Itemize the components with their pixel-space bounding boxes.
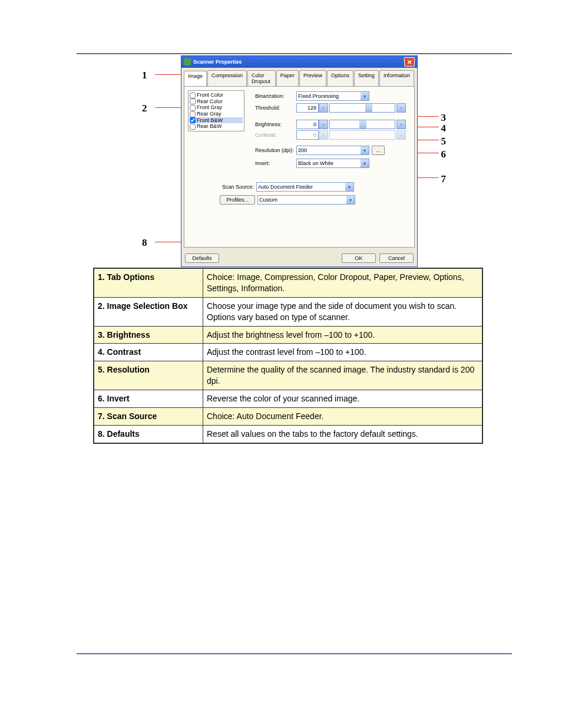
term-5: 5. Resolution [94,361,203,390]
tab-compression[interactable]: Compression [207,70,247,86]
leader-line [415,140,439,140]
tab-preview[interactable]: Preview [299,70,326,86]
brightness-dec[interactable]: ‹ [319,120,328,129]
tab-information[interactable]: Information [379,70,414,86]
table-row: 1. Tab OptionsChoice: Image, Compression… [94,268,482,297]
close-icon: ✕ [407,59,412,65]
callout-1: 1 [142,70,147,81]
threshold-slider[interactable] [329,103,395,113]
binarization-label: Binarization: [255,93,296,99]
invert-value: Black on White [298,160,333,166]
term-2: 2. Image Selection Box [94,297,203,326]
close-button[interactable]: ✕ [404,57,415,67]
threshold-dec[interactable]: ‹ [319,103,328,113]
checkbox-input[interactable] [190,111,196,117]
term-8: 8. Defaults [94,425,203,443]
checkbox-rear-bw[interactable]: Rear B&W [190,123,243,130]
threshold-value: 128 [296,103,319,113]
tab-setting[interactable]: Setting [354,70,379,86]
defaults-button[interactable]: Defaults [185,253,219,263]
term-6: 6. Invert [94,390,203,408]
tab-color-dropout[interactable]: Color Dropout [247,70,276,86]
table-row: 2. Image Selection BoxChoose your image … [94,297,482,326]
checkbox-front-gray[interactable]: Front Gray [190,104,243,111]
checkbox-label: Front Gray [197,104,222,110]
resolution-combo[interactable]: 200▾ [296,146,369,155]
tab-image[interactable]: Image [184,71,207,87]
checkbox-label: Rear Color [197,98,223,104]
resolution-more-button[interactable]: ... [372,146,385,155]
desc-5: Determine the quality of the scanned ima… [203,361,483,390]
brightness-label: Brightness: [255,121,296,127]
checkbox-input[interactable] [190,105,196,111]
image-tab-panel: Front Color Rear Color Front Gray Rear G… [184,86,415,248]
resolution-value: 200 [298,147,307,153]
brightness-slider[interactable] [329,120,395,129]
ok-button[interactable]: OK [342,253,376,263]
chevron-down-icon: ▾ [361,159,369,167]
desc-1: Choice: Image, Compression, Color Dropou… [203,268,483,297]
checkbox-input[interactable] [190,117,196,123]
contrast-label: Contrast: [255,132,296,138]
table-row: 6. InvertReverse the color of your scann… [94,390,482,408]
dialog-footer: Defaults OK Cancel [181,250,417,266]
callout-4: 4 [441,123,447,134]
scansource-combo[interactable]: Auto Document Feeder▾ [256,182,354,192]
desc-6: Reverse the color of your scanned image. [203,390,483,408]
scansource-value: Auto Document Feeder [258,184,313,190]
tab-options[interactable]: Options [327,70,353,86]
brightness-inc[interactable]: › [396,120,406,129]
checkbox-label: Front Color [197,92,223,98]
callout-2: 2 [142,103,147,114]
scanner-properties-dialog: Scanner Properties ✕ Image Compression C… [181,55,418,267]
callout-7: 7 [441,173,447,185]
scansource-label: Scan Source: [220,184,254,190]
brightness-value: 0 [296,120,319,129]
term-1: 1. Tab Options [94,268,203,297]
profiles-button[interactable]: Profiles... [220,195,255,205]
desc-7: Choice: Auto Document Feeder. [203,408,483,426]
chevron-down-icon: ▾ [361,146,369,154]
invert-combo[interactable]: Black on White▾ [296,159,369,168]
desc-8: Reset all values on the tabs to the fact… [203,425,483,443]
table-row: 3. BrightnessAdjust the brightness level… [94,326,482,344]
leader-line [415,116,439,117]
callout-5: 5 [441,136,447,147]
term-7: 7. Scan Source [94,408,203,426]
checkbox-rear-color[interactable]: Rear Color [190,98,243,105]
binarization-combo[interactable]: Fixed Processing▾ [296,91,369,101]
threshold-label: Threshold: [255,105,296,111]
term-3: 3. Brightness [94,326,203,344]
checkbox-rear-gray[interactable]: Rear Gray [190,111,243,117]
checkbox-input[interactable] [190,124,196,130]
profiles-combo[interactable]: Custom▾ [257,195,355,205]
resolution-label: Resolution (dpi): [255,147,296,153]
checkbox-front-color[interactable]: Front Color [190,92,243,98]
contrast-value: 0 [296,130,319,140]
description-table: 1. Tab OptionsChoice: Image, Compression… [93,268,483,444]
contrast-slider [329,130,395,140]
checkbox-front-bw[interactable]: Front B&W [190,117,243,124]
threshold-inc[interactable]: › [396,103,406,113]
leader-line [415,153,439,153]
checkbox-input[interactable] [190,93,196,98]
callout-3: 3 [441,112,447,124]
app-icon [184,58,191,65]
desc-2: Choose your image type and the side of d… [203,297,483,326]
cancel-button[interactable]: Cancel [379,253,414,263]
window-title: Scanner Properties [193,59,242,65]
table-row: 4. ContrastAdjust the contrast level fro… [94,344,482,361]
desc-3: Adjust the brightness level from –100 to… [203,326,483,344]
desc-4: Adjust the contrast level from –100 to +… [203,344,483,361]
contrast-dec: ‹ [319,130,328,140]
leader-line [415,127,439,127]
titlebar[interactable]: Scanner Properties ✕ [181,56,417,68]
image-selection-box: Front Color Rear Color Front Gray Rear G… [188,90,244,131]
checkbox-label: Front B&W [197,117,223,123]
checkbox-input[interactable] [190,98,196,104]
checkbox-label: Rear Gray [197,111,222,117]
table-row: 8. DefaultsReset all values on the tabs … [94,425,482,443]
invert-label: Invert: [255,160,296,166]
profiles-value: Custom [259,197,277,203]
tab-paper[interactable]: Paper [276,70,299,86]
